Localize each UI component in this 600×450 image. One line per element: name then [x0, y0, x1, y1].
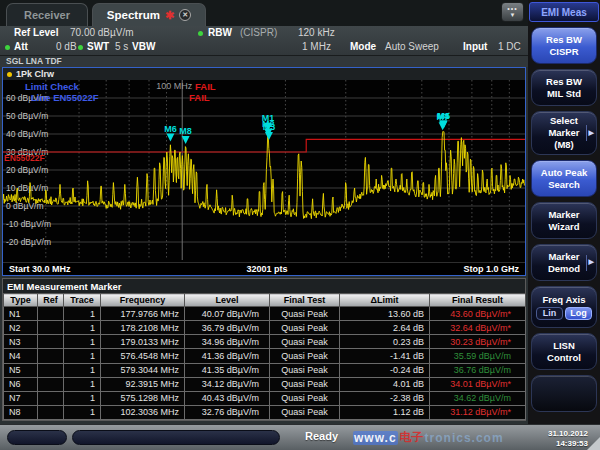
trace-led-icon [7, 72, 12, 77]
settings-header: Ref Level 70.00 dBµV/m RBW (CISPR) 120 k… [0, 26, 528, 56]
table-cell [38, 363, 64, 377]
table-row[interactable]: N51579.3044 MHz41.35 dBµV/mQuasi Peak-0.… [4, 363, 526, 377]
table-cell: N2 [4, 321, 38, 335]
spectrum-window: 1Pk Clrw 60 dBµV/m50 dBµV/m40 dBµV/m30 d… [2, 67, 526, 276]
svg-text:M5: M5 [437, 111, 450, 121]
emi-marker-table: TypeRefTraceFrequencyLevelFinal TestΔLim… [3, 293, 526, 420]
table-cell: 1 [64, 405, 101, 419]
spectrum-plot[interactable]: 60 dBµV/m50 dBµV/m40 dBµV/m30 dBµV/m20 d… [3, 80, 525, 262]
table-row[interactable]: N6192.3915 MHz34.12 dBµV/mQuasi Peak4.01… [4, 377, 526, 391]
swt-value[interactable]: 5 s [115, 41, 128, 52]
table-cell: 1 [64, 363, 101, 377]
column-header: Frequency [101, 294, 185, 307]
svg-text:Limit Check: Limit Check [25, 81, 80, 92]
table-cell: N5 [4, 363, 38, 377]
start-freq[interactable]: Start 30.0 MHz [9, 264, 71, 274]
table-cell: N4 [4, 349, 38, 363]
att-led [5, 45, 10, 50]
table-cell: 1.12 dB [340, 405, 430, 419]
vbw-value[interactable]: 1 MHz [302, 41, 331, 52]
mode-value[interactable]: Auto Sweep [385, 41, 439, 52]
status-ready: Ready [305, 430, 338, 442]
column-header: Type [4, 294, 38, 307]
table-cell: 576.4548 MHz [101, 349, 185, 363]
ref-level-label[interactable]: Ref Level [14, 27, 58, 38]
table-title: EMI Measurement Marker [3, 279, 525, 293]
table-cell: 1 [64, 377, 101, 391]
column-header: Final Test [270, 294, 340, 307]
table-cell: Quasi Peak [270, 405, 340, 419]
softkey-select-marker[interactable]: Select Marker (M8) ▶ [531, 111, 597, 155]
ref-level-value[interactable]: 70.00 dBµV/m [70, 27, 134, 38]
table-cell: 13.60 dB [340, 307, 430, 321]
mode-label[interactable]: Mode [350, 41, 376, 52]
table-row[interactable]: N81102.3036 MHz32.76 dBµV/mQuasi Peak1.1… [4, 405, 526, 419]
table-cell: Quasi Peak [270, 377, 340, 391]
table-cell [38, 307, 64, 321]
table-cell: Quasi Peak [270, 335, 340, 349]
tab-receiver[interactable]: Receiver [6, 3, 88, 26]
svg-text:M8: M8 [179, 126, 192, 136]
submenu-arrow-icon: ▶ [586, 255, 594, 271]
table-cell: 30.23 dBµV/m* [430, 335, 526, 349]
swt-label[interactable]: SWT [87, 41, 109, 52]
softkey-res-bw-cispr[interactable]: Res BW CISPR [531, 27, 597, 64]
rbw-label[interactable]: RBW [208, 27, 232, 38]
table-cell: 0.23 dB [340, 335, 430, 349]
table-cell [38, 391, 64, 405]
softkey-marker-wizard[interactable]: Marker Wizard [531, 202, 597, 239]
table-cell: 40.43 dBµV/m [185, 391, 270, 405]
table-cell: 2.64 dB [340, 321, 430, 335]
rbw-value[interactable]: 120 kHz [298, 27, 335, 38]
tab-spectrum[interactable]: Spectrum ✱ ✕ [92, 3, 206, 26]
table-cell [38, 377, 64, 391]
softkey-lisn-control[interactable]: LISN Control [531, 333, 597, 370]
softkey-empty[interactable] [531, 375, 597, 412]
svg-text:M1: M1 [262, 113, 275, 123]
softkey-auto-peak-search[interactable]: Auto Peak Search [531, 160, 597, 197]
tab-bar: Receiver Spectrum ✱ ✕ ••• ▼ [0, 0, 528, 26]
table-row[interactable]: N31179.0133 MHz34.96 dBµV/mQuasi Peak0.2… [4, 335, 526, 349]
table-cell: 34.62 dBµV/m [430, 391, 526, 405]
att-label[interactable]: Att [14, 41, 28, 52]
menu-title: EMI Meas [529, 2, 599, 22]
table-cell: Quasi Peak [270, 321, 340, 335]
vbw-label[interactable]: VBW [132, 41, 155, 52]
table-cell: Quasi Peak [270, 307, 340, 321]
table-cell: Quasi Peak [270, 391, 340, 405]
table-cell: -1.41 dB [340, 349, 430, 363]
softkey-marker-demod[interactable]: Marker Demod ▶ [531, 244, 597, 281]
table-cell: 1 [64, 349, 101, 363]
close-icon[interactable]: ✕ [179, 9, 191, 21]
rbw-led [198, 31, 203, 36]
table-row[interactable]: N41576.4548 MHz41.36 dBµV/mQuasi Peak-1.… [4, 349, 526, 363]
chevron-down-icon: ▼ [510, 12, 516, 18]
tab-spectrum-label: Spectrum [107, 9, 160, 21]
table-header-row: TypeRefTraceFrequencyLevelFinal TestΔLim… [4, 294, 526, 307]
svg-text:-20 dBµV/m: -20 dBµV/m [6, 237, 51, 247]
svg-text:10 dBµV/m: 10 dBµV/m [6, 183, 48, 193]
toolbar-menu-button[interactable]: ••• ▼ [501, 2, 524, 22]
table-cell [38, 405, 64, 419]
table-row[interactable]: N11177.9766 MHz40.07 dBµV/mQuasi Peak13.… [4, 307, 526, 321]
status-date: 31.10.2012 [548, 429, 588, 439]
att-value[interactable]: 0 dB [56, 41, 77, 52]
table-cell: 179.0133 MHz [101, 335, 185, 349]
status-bar: Ready 31.10.2012 14:39:53 [0, 424, 600, 450]
table-row[interactable]: N71575.1298 MHz40.43 dBµV/mQuasi Peak-2.… [4, 391, 526, 405]
table-cell: 177.9766 MHz [101, 307, 185, 321]
freq-axis-lin-toggle[interactable]: Lin [536, 307, 563, 320]
stop-freq[interactable]: Stop 1.0 GHz [463, 264, 519, 274]
table-cell: 1 [64, 335, 101, 349]
softkey-marker-demod-label: Marker Demod [548, 251, 580, 275]
input-value[interactable]: 1 DC [498, 41, 521, 52]
freq-axis-log-toggle[interactable]: Log [565, 307, 592, 320]
modified-star-icon: ✱ [165, 9, 174, 22]
instrument-screen: Receiver Spectrum ✱ ✕ ••• ▼ Ref Level 70… [0, 0, 600, 450]
table-cell: 34.12 dBµV/m [185, 377, 270, 391]
trace-info-bar[interactable]: 1Pk Clrw [3, 68, 525, 80]
softkey-res-bw-mil-std[interactable]: Res BW MIL Std [531, 69, 597, 106]
svg-text:-10 dBµV/m: -10 dBµV/m [6, 219, 51, 229]
table-row[interactable]: N21178.2108 MHz36.79 dBµV/mQuasi Peak2.6… [4, 321, 526, 335]
input-label[interactable]: Input [463, 41, 487, 52]
